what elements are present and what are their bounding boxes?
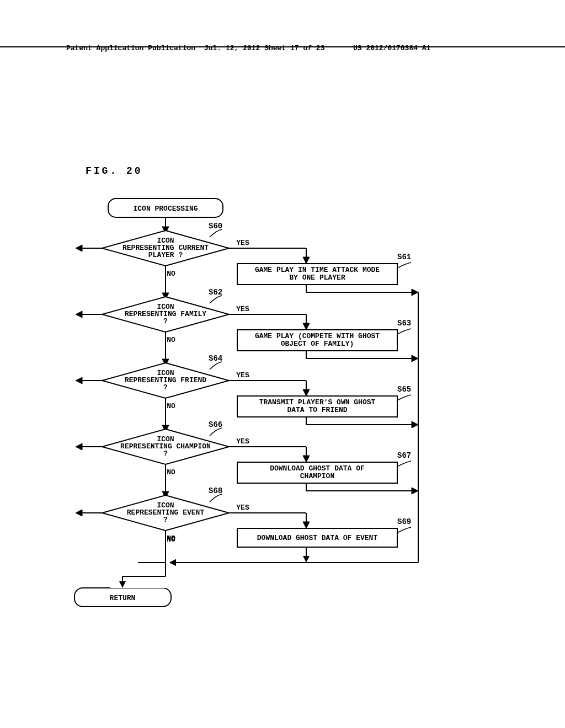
svg-rect-120 bbox=[110, 574, 171, 588]
svg-text:RETURN: RETURN bbox=[110, 594, 136, 602]
svg-text:NO: NO bbox=[167, 536, 175, 544]
return-region: NO RETURN RETURN NO bbox=[0, 0, 565, 728]
